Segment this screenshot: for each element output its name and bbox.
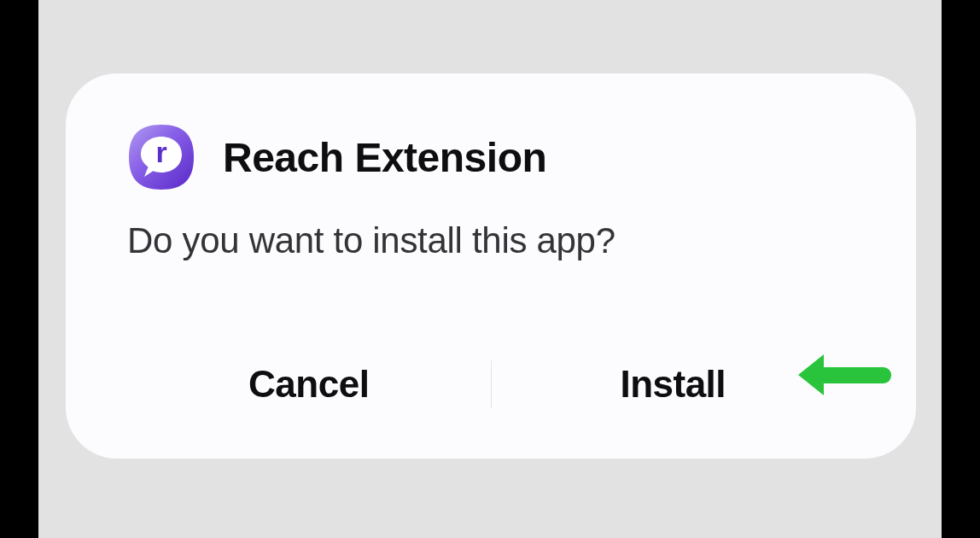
dialog-button-row: Cancel Install [127,353,855,416]
app-title: Reach Extension [223,134,546,181]
install-prompt: Do you want to install this app? [127,220,855,261]
app-icon: r [127,123,195,191]
svg-text:r: r [155,136,166,168]
cancel-button[interactable]: Cancel [127,353,491,416]
install-button[interactable]: Install [492,353,855,416]
install-dialog: r Reach Extension Do you want to install… [66,73,916,459]
dialog-header: r Reach Extension [127,123,855,191]
